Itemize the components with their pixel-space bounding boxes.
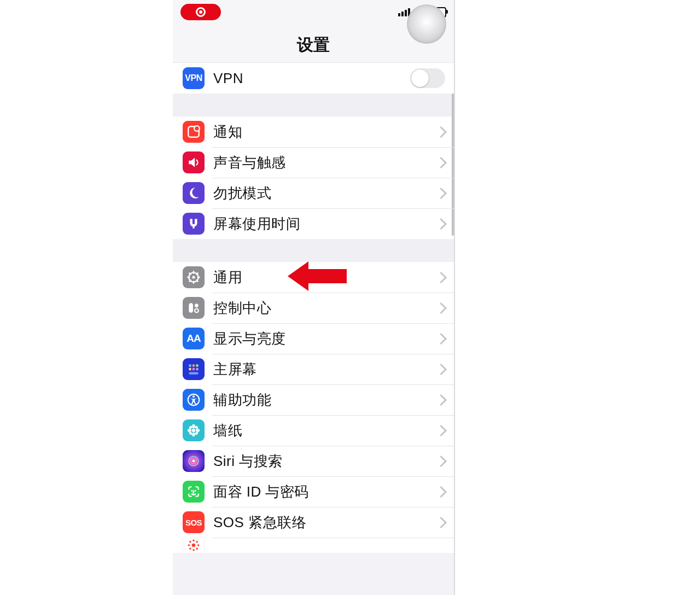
group-vpn: VPN VPN [173, 63, 454, 94]
row-cutoff[interactable] [173, 538, 454, 553]
accessibility-icon [183, 389, 205, 411]
row-label: 屏幕使用时间 [213, 214, 437, 234]
row-control-center[interactable]: 控制中心 [173, 293, 454, 323]
row-vpn[interactable]: VPN VPN [173, 63, 454, 94]
row-label-vpn: VPN [213, 70, 410, 87]
svg-point-46 [196, 547, 197, 549]
display-icon-text: AA [186, 332, 200, 345]
group-notifications: 通知 声音与触感 勿扰模式 屏幕使 [173, 116, 454, 239]
chevron-right-icon [435, 218, 447, 229]
sounds-icon [183, 151, 205, 173]
svg-rect-15 [189, 364, 191, 366]
home-screen-icon [183, 358, 205, 380]
svg-rect-12 [189, 303, 193, 312]
svg-point-26 [192, 433, 195, 436]
group-general: 通用 控制中心 AA 显示与亮度 [173, 262, 454, 553]
chevron-right-icon [435, 332, 447, 344]
row-label: 通知 [213, 122, 437, 142]
row-label: 通用 [213, 268, 437, 287]
row-sos[interactable]: SOS SOS 紧急联络 [173, 507, 454, 538]
chevron-right-icon [435, 455, 447, 466]
section-gap [173, 239, 454, 262]
row-label: SOS 紧急联络 [213, 513, 437, 532]
vpn-icon-label: VPN [185, 73, 202, 83]
svg-point-44 [196, 541, 197, 542]
chevron-right-icon [435, 126, 447, 137]
row-label: 面容 ID 与密码 [213, 482, 437, 501]
row-label: 辅助功能 [213, 390, 437, 410]
row-label: 声音与触感 [213, 153, 437, 172]
chevron-right-icon [435, 486, 447, 497]
svg-point-14 [195, 309, 199, 313]
vpn-icon: VPN [183, 67, 205, 89]
wallpaper-icon [183, 419, 205, 441]
svg-rect-19 [192, 368, 195, 370]
sos-icon: SOS [183, 511, 205, 533]
dnd-icon [183, 182, 205, 204]
chevron-right-icon [435, 424, 447, 436]
row-general[interactable]: 通用 [173, 262, 454, 293]
row-wallpaper[interactable]: 墙纸 [173, 415, 454, 446]
page-title: 设置 [173, 34, 454, 56]
svg-rect-17 [196, 364, 198, 366]
svg-rect-20 [196, 368, 198, 370]
svg-point-27 [188, 429, 191, 432]
row-siri[interactable]: Siri 与搜索 [173, 446, 454, 476]
svg-point-1 [194, 126, 200, 131]
row-dnd[interactable]: 勿扰模式 [173, 178, 454, 208]
sos-icon-label: SOS [185, 518, 202, 527]
screen-time-icon [183, 213, 205, 235]
row-accessibility[interactable]: 辅助功能 [173, 384, 454, 415]
row-label: 主屏幕 [213, 360, 437, 379]
svg-line-8 [189, 273, 190, 274]
svg-point-23 [192, 395, 195, 398]
svg-point-43 [189, 541, 191, 542]
row-display[interactable]: AA 显示与亮度 [173, 323, 454, 354]
row-label: Siri 与搜索 [213, 452, 437, 471]
section-gap [173, 94, 454, 116]
svg-point-37 [195, 491, 196, 491]
svg-line-9 [196, 280, 197, 281]
nav-header: 设置 [173, 24, 454, 63]
svg-point-25 [192, 424, 195, 428]
svg-point-24 [192, 429, 196, 433]
record-icon [196, 7, 206, 17]
chevron-right-icon [435, 516, 447, 528]
svg-point-42 [197, 544, 199, 546]
chevron-right-icon [435, 363, 447, 375]
screen-recording-pill[interactable] [180, 4, 221, 20]
row-home-screen[interactable]: 主屏幕 [173, 354, 454, 384]
svg-line-10 [189, 280, 190, 281]
row-screen-time[interactable]: 屏幕使用时间 [173, 208, 454, 239]
vpn-toggle[interactable] [410, 68, 445, 88]
svg-rect-18 [189, 368, 191, 370]
svg-rect-16 [192, 364, 195, 366]
chevron-right-icon [435, 271, 447, 283]
chevron-right-icon [435, 187, 447, 199]
control-center-icon [183, 297, 205, 319]
row-label: 勿扰模式 [213, 184, 437, 203]
row-label: 显示与亮度 [213, 329, 437, 348]
phone-frame: ⚡ 设置 VPN VPN [173, 0, 455, 595]
svg-line-11 [196, 273, 197, 274]
row-sounds[interactable]: 声音与触感 [173, 147, 454, 178]
row-label: 控制中心 [213, 299, 437, 318]
svg-point-35 [192, 460, 195, 463]
display-icon: AA [183, 328, 205, 349]
chevron-right-icon [435, 156, 447, 168]
general-icon [183, 266, 205, 288]
svg-point-36 [191, 491, 192, 491]
row-notifications[interactable]: 通知 [173, 116, 454, 147]
svg-point-28 [196, 429, 200, 432]
row-face-id[interactable]: 面容 ID 与密码 [173, 476, 454, 507]
svg-point-45 [189, 547, 191, 549]
toggle-knob [411, 69, 429, 87]
svg-point-13 [195, 304, 199, 307]
svg-point-3 [192, 276, 195, 278]
svg-point-39 [192, 540, 194, 541]
svg-point-40 [192, 549, 194, 551]
face-id-icon [183, 481, 205, 503]
chevron-right-icon [435, 394, 447, 405]
exposure-icon [183, 538, 205, 553]
svg-rect-21 [189, 372, 198, 374]
